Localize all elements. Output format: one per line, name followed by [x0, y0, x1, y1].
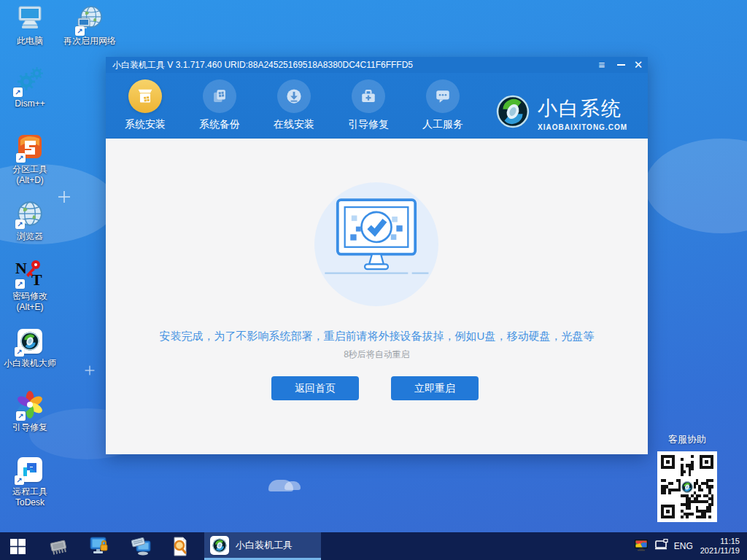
nav-label: 系统安装: [109, 118, 182, 131]
shortcut-arrow-icon: ↗: [15, 475, 24, 485]
xiaobai-tool-window: 小白装机工具 V 3.1.717.460 URID:88A24525169518…: [106, 57, 648, 454]
monitor-lock-icon: [88, 537, 109, 556]
this-pc-icon: [15, 5, 44, 34]
sparkle: [85, 366, 95, 376]
taskbar-input-tool[interactable]: [127, 532, 156, 560]
cloud: [268, 480, 293, 491]
nav-system-install[interactable]: 系统安装: [109, 73, 182, 139]
desktop-icon-label: 远程工具ToDesk: [1, 486, 58, 508]
desktop-icon-partition-tool[interactable]: ↗ 分区工具(Alt+D): [1, 133, 58, 186]
menu-icon[interactable]: ≡: [594, 57, 610, 73]
nt-password-key-icon: N T ↗: [14, 259, 46, 290]
desktop-icon-xiaobai-master[interactable]: ↗ 小白装机大师: [1, 327, 58, 369]
support-qr: [657, 451, 717, 522]
shortcut-arrow-icon: ↗: [16, 411, 26, 421]
chip-icon: [48, 537, 69, 555]
support-title: 客服协助: [656, 433, 719, 446]
qr-code: [661, 455, 713, 518]
brand-site: XIAOBAIXITONG.COM: [538, 123, 627, 131]
completion-message: 安装完成，为了不影响系统部署，重启前请将外接设备拔掉，例如U盘，移动硬盘，光盘等: [106, 330, 648, 343]
desktop-icon-label: 密码修改(Alt+E): [1, 291, 58, 313]
nav-label: 引导修复: [332, 118, 405, 131]
support-panel: 客服协助: [656, 433, 719, 522]
start-button[interactable]: [0, 532, 35, 560]
desktop-icon-label: 引导修复: [1, 422, 58, 433]
window-content: 安装完成，为了不影响系统部署，重启前请将外接设备拔掉，例如U盘，移动硬盘，光盘等…: [106, 139, 648, 454]
desktop-icon-boot-repair[interactable]: ↗ 引导修复: [1, 391, 58, 433]
xiaobai-logo-icon: [210, 536, 229, 555]
brand-name: 小白系统: [538, 96, 627, 122]
clock-time: 11:15: [700, 537, 740, 546]
shortcut-arrow-icon: ↗: [13, 88, 23, 97]
nav-label: 人工服务: [406, 118, 479, 131]
taskbar: 小白装机工具 EN: [0, 532, 747, 560]
desktop-icon-label: Dism++: [1, 98, 58, 109]
nav-customer-service[interactable]: 人工服务: [406, 73, 479, 139]
taskbar-app-label: 小白装机工具: [236, 539, 293, 552]
xiaobai-logo-icon: ↗: [18, 329, 42, 354]
desktop-icon-browser[interactable]: ↗ 浏览器: [1, 200, 58, 242]
windows-logo-icon: [10, 539, 26, 554]
window-title: 小白装机工具 V 3.1.717.460 URID:88A24525169518…: [112, 60, 413, 70]
nav-label: 系统备份: [183, 118, 256, 131]
desktop-icon-password-change[interactable]: N T ↗ 密码修改(Alt+E): [1, 260, 58, 313]
close-icon[interactable]: ✕: [630, 57, 646, 73]
desktop-icon-dism[interactable]: ↗ Dism++: [1, 67, 58, 109]
keyboard-monitor-icon: [131, 537, 152, 556]
taskbar-search-tool[interactable]: [166, 532, 195, 560]
boot-repair-icon: [352, 79, 385, 113]
window-titlebar[interactable]: 小白装机工具 V 3.1.717.460 URID:88A24525169518…: [106, 57, 648, 73]
display-settings-tray-icon[interactable]: [634, 539, 649, 554]
minimize-icon[interactable]: [613, 57, 629, 73]
system-tray: ENG 11:15 2021/11/19: [634, 532, 743, 560]
gears-icon: ↗: [15, 67, 45, 97]
shortcut-arrow-icon: ↗: [15, 347, 24, 357]
todesk-icon: ↗: [18, 457, 42, 482]
shortcut-arrow-icon: ↗: [15, 279, 25, 289]
nav-system-backup[interactable]: 系统备份: [183, 73, 256, 139]
qr-center-logo-icon: [680, 480, 694, 494]
partition-tool-icon: ↗: [16, 133, 44, 163]
system-backup-icon: [203, 79, 236, 113]
home-button[interactable]: 返回首页: [271, 376, 359, 400]
nav-online-install[interactable]: 在线安装: [258, 73, 330, 139]
desktop-icon-todesk[interactable]: ↗ 远程工具ToDesk: [1, 455, 58, 508]
desktop: 此电脑 ↗ 再次启用网络 ↗ Dism++: [0, 0, 747, 560]
pinwheel-icon: ↗: [16, 391, 44, 421]
shortcut-arrow-icon: ↗: [75, 26, 85, 36]
taskbar-display-lock-tool[interactable]: [84, 532, 113, 560]
taskbar-cpu-tool[interactable]: [44, 532, 73, 560]
desktop-icon-label: 浏览器: [1, 231, 58, 242]
brand: 小白系统 XIAOBAIXITONG.COM: [496, 95, 627, 131]
taskbar-app-xiaobai[interactable]: 小白装机工具: [204, 532, 321, 560]
svg-text:N: N: [15, 259, 27, 277]
sparkle: [58, 191, 70, 203]
desktop-icon-label: 再次启用网络: [58, 36, 121, 47]
system-install-icon: [128, 79, 162, 113]
svg-text:T: T: [31, 271, 42, 288]
network-globe-icon: ↗: [77, 5, 103, 34]
browser-globe-icon: ↗: [17, 201, 43, 229]
cloud: [645, 139, 747, 233]
nav-label: 在线安装: [258, 118, 330, 131]
desktop-icon-label: 分区工具(Alt+D): [1, 164, 58, 186]
desktop-icon-label: 此电脑: [1, 36, 58, 47]
desktop-icon-enable-network[interactable]: ↗ 再次启用网络: [58, 4, 121, 47]
document-magnifier-icon: [171, 537, 189, 556]
network-tray-icon[interactable]: [654, 539, 668, 553]
desktop-icon-label: 小白装机大师: [1, 358, 58, 369]
shortcut-arrow-icon: ↗: [16, 153, 26, 163]
clock-date: 2021/11/19: [700, 546, 740, 556]
reboot-now-button[interactable]: 立即重启: [391, 376, 479, 400]
reboot-countdown: 8秒后将自动重启: [106, 349, 648, 361]
success-illustration: [314, 182, 438, 306]
xiaobai-logo-icon: [496, 95, 530, 131]
customer-service-icon: [426, 79, 460, 113]
taskbar-clock[interactable]: 11:15 2021/11/19: [700, 537, 740, 556]
nav-boot-repair[interactable]: 引导修复: [332, 73, 405, 139]
shortcut-arrow-icon: ↗: [15, 219, 25, 229]
window-navbar: 系统安装 系统备份: [106, 73, 648, 139]
online-install-icon: [277, 79, 311, 113]
desktop-icon-this-pc[interactable]: 此电脑: [1, 4, 58, 47]
input-language-indicator[interactable]: ENG: [674, 541, 693, 551]
